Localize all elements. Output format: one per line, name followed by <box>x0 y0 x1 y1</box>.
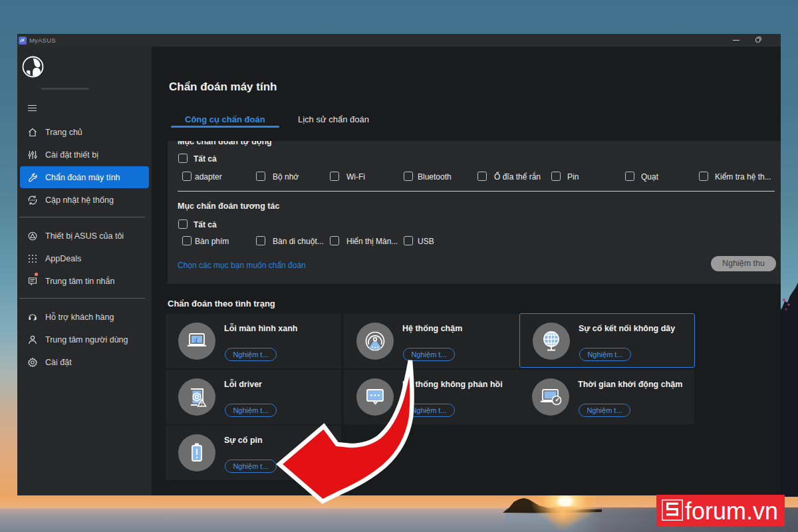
svg-text::(: :( <box>194 337 198 344</box>
